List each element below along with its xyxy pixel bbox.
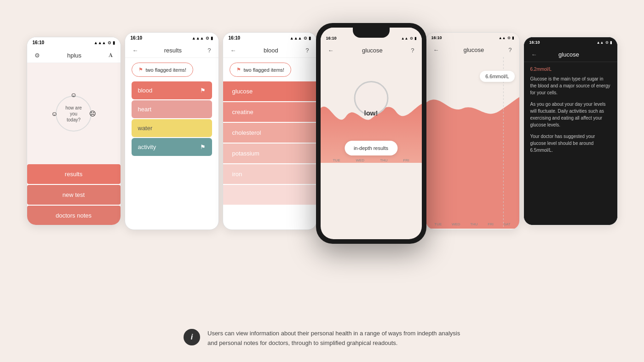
time-phone3: 16:10	[229, 35, 241, 40]
lbl-wed5: WED	[452, 222, 460, 226]
settings-icon[interactable]: ⚙	[34, 52, 40, 59]
back-icon-phone3[interactable]: ←	[230, 47, 236, 54]
doctors-notes-button[interactable]: doctors notes	[27, 206, 121, 225]
app-header-phone5: ← glucose ?	[426, 43, 519, 57]
time-featured: 16:10	[326, 36, 337, 40]
status-bar-phone1: 16:10 ▲▲▲ ⊙ ▮	[27, 37, 121, 48]
mood-circle-container: ☺ ☺ ☹ how are you today?	[53, 93, 94, 134]
flag-banner-blood: ⚑ two flagged items!	[230, 63, 292, 77]
blood-potassium[interactable]: potassium	[223, 144, 316, 163]
mood-label: how are you today?	[63, 105, 84, 123]
mood-section: ☺ ☺ ☹ how are you today?	[27, 63, 121, 164]
wifi-icon6: ⊙	[605, 40, 609, 45]
indepth-button[interactable]: in-depth results	[345, 141, 397, 155]
results-title: results	[164, 47, 182, 54]
wifi-icon2: ⊙	[206, 36, 209, 40]
status-bar-phone6: 16:10 ▲▲ ⊙ ▮	[524, 37, 617, 47]
flag-text-blood: two flagged items!	[244, 67, 285, 73]
phone-glucose-chart: 16:10 ▲▲ ⊙ ▮ ← glucose ? 6.6mmol/L	[426, 32, 520, 230]
lbl-thu5: THU	[470, 222, 477, 226]
heart-label: heart	[138, 106, 152, 113]
results-button[interactable]: results	[27, 164, 121, 184]
flag-icon-blood: ⚑	[236, 67, 241, 73]
blood-creatine[interactable]: creatine	[223, 102, 316, 122]
result-heart[interactable]: heart	[132, 100, 212, 118]
signal-icon2: ▲▲▲	[192, 36, 204, 40]
glucose-value-badge: 6.6mmol/L	[480, 71, 514, 82]
wifi-icon5: ⊙	[507, 36, 511, 40]
help-icon-phone2[interactable]: ?	[207, 47, 211, 54]
font-icon[interactable]: 𝐀	[109, 52, 113, 59]
back-icon-phone2[interactable]: ←	[132, 47, 138, 54]
status-icons-phone6: ▲▲ ⊙ ▮	[597, 40, 612, 45]
happy-face-left: ☺	[51, 110, 58, 117]
status-icons-phone1: ▲▲▲ ⊙ ▮	[94, 40, 115, 45]
x-labels-featured: TUE WED THU FRI	[321, 158, 422, 162]
glucose-chart-svg5	[426, 57, 519, 229]
lbl-sat5: SAT	[504, 222, 511, 226]
status-icons-featured: ▲▲ ⊙ ▮	[401, 36, 416, 40]
sad-face-right: ☹	[89, 110, 96, 117]
help-icon-featured[interactable]: ?	[411, 47, 414, 54]
result-water[interactable]: water	[132, 119, 212, 137]
glucose-info-p1: Glucose is the main type of sugar in the…	[530, 75, 611, 96]
label-wed: WED	[356, 158, 364, 162]
help-icon-phone5[interactable]: ?	[508, 46, 512, 53]
wifi-icon: ⊙	[108, 40, 111, 45]
app-header-phone6: ← glucose	[524, 47, 617, 62]
signal-icon5: ▲▲	[499, 36, 506, 40]
happy-face-top: ☺	[70, 91, 77, 98]
battery-icon5: ▮	[512, 36, 514, 40]
phone-dark-info-wrapper: 16:10 ▲▲ ⊙ ▮ ← glucose 6.2mmol/L Glucose…	[523, 37, 618, 244]
flag-banner-results: ⚑ two flagged items!	[132, 63, 194, 77]
blood-label: blood	[138, 87, 153, 94]
result-blood[interactable]: blood ⚑	[132, 81, 212, 99]
battery-icon-f: ▮	[414, 36, 416, 40]
blood-title: blood	[264, 47, 278, 54]
status-bar-phone2: 16:10 ▲▲▲ ⊙ ▮	[125, 33, 218, 43]
app-header-phone1: ⚙ hplus 𝐀	[27, 48, 121, 63]
blood-glucose[interactable]: glucose	[223, 81, 316, 101]
help-icon-phone3[interactable]: ?	[305, 47, 309, 54]
time-phone1: 16:10	[33, 40, 45, 45]
info-icon: i	[184, 329, 200, 345]
phone-dark-info: 16:10 ▲▲ ⊙ ▮ ← glucose 6.2mmol/L Glucose…	[523, 37, 618, 225]
phone-featured-screen: 16:10 ▲▲ ⊙ ▮ ← glucose ?	[321, 28, 422, 239]
blood-more[interactable]	[223, 185, 316, 205]
new-test-button[interactable]: new test	[27, 185, 121, 205]
wifi-icon-f: ⊙	[410, 36, 413, 40]
app-header-phone3: ← blood ?	[223, 43, 316, 58]
signal-icon3: ▲▲▲	[290, 36, 302, 40]
back-icon-featured[interactable]: ←	[328, 47, 334, 54]
water-label: water	[138, 125, 153, 132]
phone-home-wrapper: 16:10 ▲▲▲ ⊙ ▮ ⚙ hplus 𝐀	[27, 37, 121, 244]
app-header-featured: ← glucose ?	[321, 43, 422, 57]
blood-cholesterol[interactable]: cholesterol	[223, 123, 316, 143]
mood-center-text: how are you today?	[63, 105, 84, 123]
phone3-content: ⚑ two flagged items! glucose creatine ch…	[223, 58, 316, 230]
flag-text-results: two flagged items!	[146, 67, 187, 73]
label-tue: TUE	[333, 158, 340, 162]
battery-icon2: ▮	[211, 36, 213, 40]
phone-blood: 16:10 ▲▲▲ ⊙ ▮ ← blood ? ⚑ two flagged it…	[223, 32, 317, 230]
glucose-info-p2: As you go about your day your levels wil…	[530, 101, 611, 128]
info-section: i Users can view information about their…	[147, 315, 497, 362]
back-icon-phone5[interactable]: ←	[433, 46, 439, 53]
back-icon-phone6[interactable]: ←	[531, 51, 537, 58]
glucose-title-featured: glucose	[362, 47, 383, 54]
status-icons-phone2: ▲▲▲ ⊙ ▮	[192, 36, 213, 40]
phone-results-wrapper: 16:10 ▲▲▲ ⊙ ▮ ← results ? ⚑ two flagged …	[125, 32, 219, 244]
phone6-content: 6.2mmol/L Glucose is the main type of su…	[524, 62, 617, 225]
phone2-content: ⚑ two flagged items! blood ⚑ heart water	[125, 58, 218, 230]
nav-buttons: results new test doctors notes	[27, 164, 121, 225]
lbl-tue5: TUE	[434, 222, 442, 226]
results-list: blood ⚑ heart water activity ⚑	[125, 81, 218, 230]
app-title: hplus	[67, 52, 81, 59]
glucose-title-phone5: glucose	[463, 46, 484, 53]
battery-icon: ▮	[113, 40, 115, 45]
signal-icon: ▲▲▲	[94, 40, 106, 45]
blood-iron[interactable]: iron	[223, 164, 316, 184]
flag-icon-results: ⚑	[138, 67, 143, 73]
result-activity[interactable]: activity ⚑	[132, 138, 212, 156]
wifi-icon3: ⊙	[304, 36, 307, 40]
